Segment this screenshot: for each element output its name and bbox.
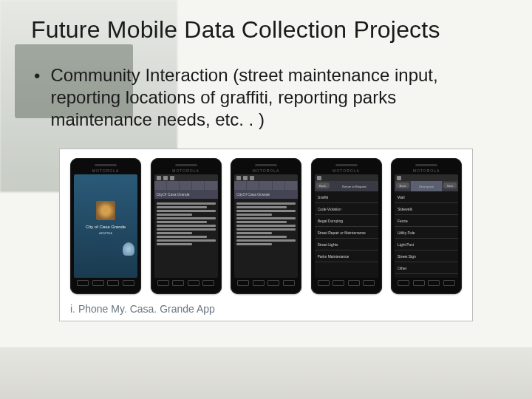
text-line xyxy=(236,217,296,219)
text-line xyxy=(236,232,272,234)
status-bar xyxy=(154,174,218,181)
splash-city-name: City of Casa Grande xyxy=(86,225,126,230)
nav-search-icon xyxy=(123,280,134,286)
list-item: Street Lights xyxy=(315,239,378,250)
robot-mascot-icon xyxy=(123,242,134,256)
nav-home-icon xyxy=(348,280,360,286)
phone-nav-buttons xyxy=(74,278,137,288)
figure-caption: i. Phone My. Casa. Grande App xyxy=(70,301,462,316)
phone-brand: motorola xyxy=(234,168,298,173)
phone-frame: motorola Back Return to Request Graffiti… xyxy=(311,158,382,294)
list-item: Street Sign xyxy=(395,250,458,262)
nav-back-icon xyxy=(237,280,249,286)
screen-title: Return to Request xyxy=(342,185,366,188)
nav-back-icon xyxy=(77,280,89,286)
nav-back-icon xyxy=(157,280,169,286)
status-icon xyxy=(236,176,241,180)
list-item: Fence xyxy=(395,215,458,227)
list-item: Utility Pole xyxy=(395,227,458,239)
nav-menu-icon xyxy=(92,280,104,286)
bullet-item: • Community Interaction (street maintena… xyxy=(34,64,505,131)
nav-home-icon xyxy=(188,280,200,286)
city-logo-icon xyxy=(96,201,115,220)
text-line xyxy=(157,202,216,205)
text-line xyxy=(236,228,296,231)
back-button: Back xyxy=(316,183,330,188)
nav-home-icon xyxy=(267,280,279,286)
nav-menu-icon xyxy=(253,280,265,286)
next-button: Next xyxy=(443,183,457,188)
text-line xyxy=(157,217,216,219)
slide-title: Future Mobile Data Collection Projects xyxy=(31,16,505,44)
text-line xyxy=(236,202,296,205)
phone-brand: motorola xyxy=(395,168,458,173)
screen-header: Back Return to Request xyxy=(315,181,378,191)
nav-menu-icon xyxy=(332,280,344,286)
phone-screen-info: CityOf Casa Grande xyxy=(234,174,298,278)
phone-screen-categories: Back Return to Request Graffiti Code Vio… xyxy=(315,174,378,278)
list-item: Graffiti xyxy=(315,191,378,203)
text-line xyxy=(236,221,287,223)
phones-row: motorola City of Casa Grande ARIZONA xyxy=(70,158,462,294)
toolbar-icon xyxy=(234,181,247,190)
toolbar-icon xyxy=(205,181,217,190)
text-line xyxy=(157,243,192,245)
list-item: Other xyxy=(395,262,458,274)
status-bar xyxy=(234,174,298,181)
phone-earpiece xyxy=(95,164,117,166)
text-line xyxy=(236,243,272,245)
toolbar-icon xyxy=(180,181,192,190)
phone-frame: motorola City of Casa Grande ARIZONA xyxy=(70,158,141,294)
phone-earpiece xyxy=(335,164,358,166)
bullet-marker: • xyxy=(34,67,40,85)
toolbar-icon xyxy=(285,181,298,190)
toolbar-icon xyxy=(154,181,167,190)
toolbar-icon xyxy=(259,181,272,190)
text-line xyxy=(157,214,192,216)
nav-search-icon xyxy=(363,280,375,286)
phone-nav-buttons xyxy=(234,278,298,288)
text-line xyxy=(157,228,216,231)
nav-search-icon xyxy=(443,280,455,286)
phone-frame: motorola Back Description Next Wall Side… xyxy=(391,158,462,294)
phones-figure: motorola City of Casa Grande ARIZONA xyxy=(59,149,473,321)
text-line xyxy=(157,225,216,227)
toolbar-icon xyxy=(192,181,205,190)
phone-frame: motorola CityOf Casa Grande xyxy=(151,158,222,294)
text-line xyxy=(157,210,216,212)
status-icon xyxy=(250,176,254,180)
nav-search-icon xyxy=(283,280,295,286)
nav-home-icon xyxy=(428,280,440,286)
text-line xyxy=(157,232,192,234)
info-text-block xyxy=(234,199,298,278)
nav-back-icon xyxy=(398,280,409,286)
text-line xyxy=(236,239,296,242)
toolbar-icon xyxy=(167,181,180,190)
toolbar-icons xyxy=(234,181,298,190)
text-line xyxy=(157,221,207,223)
phone-frame: motorola CityOf Casa Grande xyxy=(231,158,301,294)
status-bar xyxy=(315,174,378,181)
nav-home-icon xyxy=(107,280,119,286)
status-bar xyxy=(395,174,458,181)
app-header: CityOf Casa Grande xyxy=(154,190,218,199)
list-item: Light Post xyxy=(395,239,458,250)
category-list: Graffiti Code Violation Illegal Dumping … xyxy=(315,191,378,278)
nav-menu-icon xyxy=(172,280,184,286)
text-line xyxy=(236,225,296,227)
text-line xyxy=(236,210,296,212)
phone-screen-splash: City of Casa Grande ARIZONA xyxy=(74,174,137,278)
toolbar-icon xyxy=(273,181,285,190)
list-item: Wall xyxy=(395,191,458,203)
tab-description: Description xyxy=(411,181,442,191)
text-line xyxy=(236,214,272,216)
nav-menu-icon xyxy=(413,280,425,286)
text-line xyxy=(157,206,207,208)
text-line xyxy=(157,236,207,238)
phone-nav-buttons xyxy=(154,278,218,288)
phone-earpiece xyxy=(415,164,437,166)
phone-screen-detail: Back Description Next Wall Sidewalk Fenc… xyxy=(395,174,458,278)
splash-subtitle: ARIZONA xyxy=(99,231,112,235)
status-icon xyxy=(243,176,248,180)
phone-nav-buttons xyxy=(395,278,458,288)
